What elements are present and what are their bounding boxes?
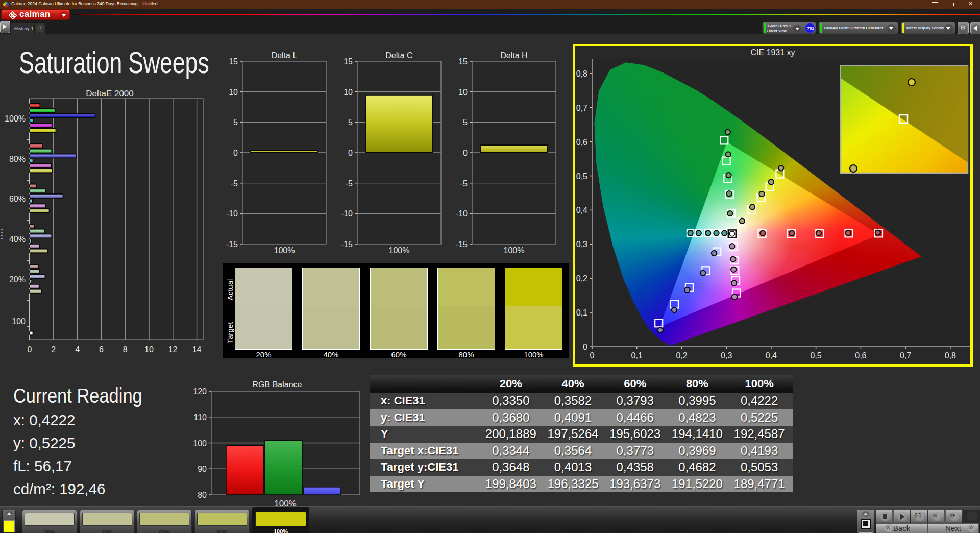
svg-text:-5: -5 xyxy=(460,179,468,188)
svg-text:100%: 100% xyxy=(274,246,295,255)
svg-text:90: 90 xyxy=(198,465,207,473)
svg-text:0,3: 0,3 xyxy=(576,240,587,249)
svg-text:120: 120 xyxy=(193,387,207,396)
svg-text:0,8: 0,8 xyxy=(945,351,956,360)
svg-text:60%: 60% xyxy=(9,195,26,203)
svg-text:6: 6 xyxy=(99,345,104,354)
svg-text:-15: -15 xyxy=(226,240,238,249)
svg-text:110: 110 xyxy=(193,413,207,422)
svg-text:DeltaE 2000: DeltaE 2000 xyxy=(86,89,134,99)
svg-text:5: 5 xyxy=(233,118,238,127)
svg-text:0: 0 xyxy=(233,149,238,157)
svg-text:20%: 20% xyxy=(9,275,26,284)
svg-text:-15: -15 xyxy=(341,240,353,249)
svg-text:0: 0 xyxy=(590,351,595,360)
svg-text:100%: 100% xyxy=(504,246,525,255)
svg-text:5: 5 xyxy=(348,118,353,127)
svg-text:0: 0 xyxy=(28,345,32,354)
svg-text:0,6: 0,6 xyxy=(576,138,587,147)
svg-text:Delta L: Delta L xyxy=(272,51,298,60)
svg-text:0,8: 0,8 xyxy=(576,69,587,78)
svg-text:100: 100 xyxy=(193,439,207,448)
svg-text:40%: 40% xyxy=(9,235,26,244)
svg-text:14: 14 xyxy=(192,345,202,354)
svg-text:0,3: 0,3 xyxy=(721,351,732,360)
svg-text:0,1: 0,1 xyxy=(631,351,643,360)
svg-text:15: 15 xyxy=(458,57,468,66)
svg-text:Delta H: Delta H xyxy=(500,51,527,60)
svg-text:10: 10 xyxy=(344,88,353,96)
svg-text:10: 10 xyxy=(458,88,468,96)
svg-text:-5: -5 xyxy=(346,179,353,188)
svg-text:RGB Balance: RGB Balance xyxy=(253,380,302,389)
svg-text:5: 5 xyxy=(463,118,468,127)
svg-text:-10: -10 xyxy=(456,209,468,218)
svg-text:0,2: 0,2 xyxy=(676,351,687,360)
svg-text:-10: -10 xyxy=(226,209,238,218)
svg-text:0,4: 0,4 xyxy=(766,351,777,360)
svg-text:0,6: 0,6 xyxy=(855,351,866,360)
svg-text:Delta C: Delta C xyxy=(385,51,412,60)
svg-text:80: 80 xyxy=(198,491,207,499)
svg-text:0,7: 0,7 xyxy=(576,104,587,112)
svg-text:10: 10 xyxy=(229,88,238,96)
svg-text:0: 0 xyxy=(583,343,587,351)
svg-text:0,4: 0,4 xyxy=(576,206,587,214)
svg-text:0: 0 xyxy=(348,149,353,157)
svg-text:2: 2 xyxy=(51,345,56,354)
svg-text:15: 15 xyxy=(344,57,353,66)
svg-text:0,7: 0,7 xyxy=(900,351,911,360)
svg-text:-5: -5 xyxy=(231,179,238,188)
svg-text:-10: -10 xyxy=(341,209,353,218)
svg-text:15: 15 xyxy=(229,57,238,66)
svg-text:8: 8 xyxy=(123,345,128,354)
svg-text:10: 10 xyxy=(144,345,154,354)
svg-text:0,2: 0,2 xyxy=(576,274,587,283)
svg-text:0,1: 0,1 xyxy=(576,308,587,317)
svg-text:0,5: 0,5 xyxy=(810,351,821,360)
svg-text:0: 0 xyxy=(463,149,468,157)
svg-text:100%: 100% xyxy=(389,246,410,255)
svg-text:100: 100 xyxy=(12,317,26,326)
svg-text:12: 12 xyxy=(168,345,178,354)
svg-text:4: 4 xyxy=(75,345,80,354)
svg-text:80%: 80% xyxy=(9,155,26,163)
svg-text:100%: 100% xyxy=(5,114,26,123)
svg-text:-15: -15 xyxy=(456,240,468,249)
svg-text:0,5: 0,5 xyxy=(576,172,587,181)
